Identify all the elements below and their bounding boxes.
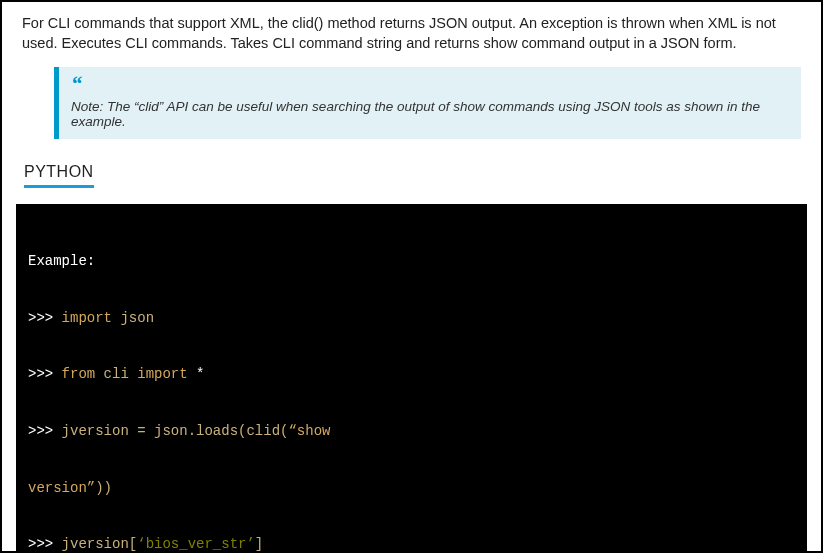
code-string: ‘bios_ver_str’: [137, 536, 255, 552]
language-tab: PYTHON: [22, 157, 807, 192]
intro-paragraph: For CLI commands that support XML, the c…: [22, 14, 801, 53]
language-tab-label: PYTHON: [24, 163, 94, 188]
code-prompt: >>>: [28, 423, 62, 439]
code-text: jversion[: [62, 536, 138, 552]
note-callout: “ Note: The “clid” API can be useful whe…: [54, 67, 801, 139]
code-string: version”: [28, 480, 95, 496]
code-example: Example: >>> import json >>> from cli im…: [16, 204, 807, 553]
note-text: Note: The “clid” API can be useful when …: [71, 99, 789, 129]
code-keyword: import: [137, 366, 187, 382]
quote-icon: “: [71, 73, 789, 95]
code-text: )): [95, 480, 112, 496]
code-prompt: >>>: [28, 536, 62, 552]
code-text: json: [112, 310, 154, 326]
code-keyword: import: [62, 310, 112, 326]
code-string: “show: [288, 423, 330, 439]
code-text: *: [188, 366, 205, 382]
doc-page: For CLI commands that support XML, the c…: [0, 0, 823, 553]
code-keyword: from: [62, 366, 96, 382]
code-prompt: >>>: [28, 310, 62, 326]
code-text: Example:: [28, 253, 95, 269]
code-text: jversion = json.loads(clid(: [62, 423, 289, 439]
code-text: ]: [255, 536, 263, 552]
code-text: cli: [95, 366, 137, 382]
code-prompt: >>>: [28, 366, 62, 382]
